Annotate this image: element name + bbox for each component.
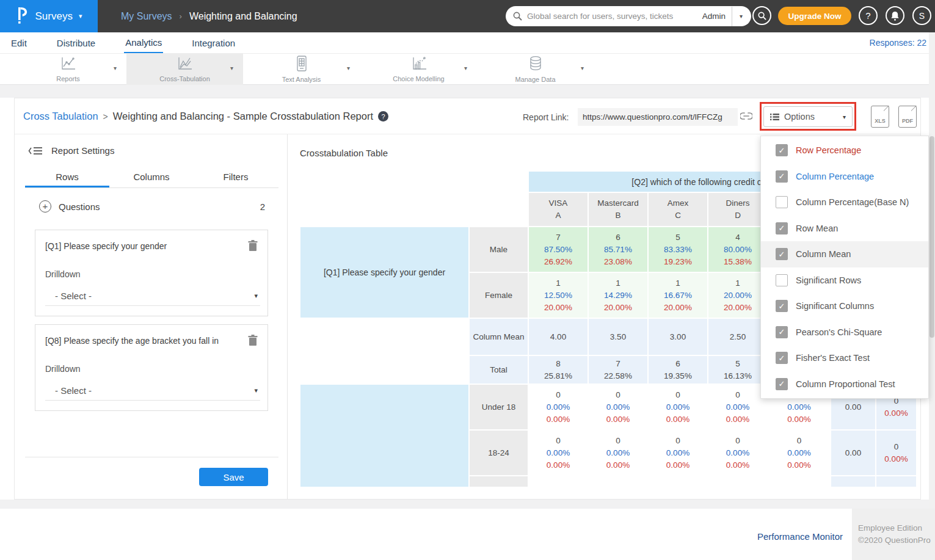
- question-title: [Q8] Please specify the age bracket you …: [45, 336, 241, 346]
- report-link-input[interactable]: [578, 108, 738, 126]
- scrollbar-thumb[interactable]: [930, 136, 934, 338]
- data-cell: 0 0.00% 0.00%: [708, 385, 767, 429]
- checkbox[interactable]: ✓: [776, 248, 788, 260]
- choice-modelling-icon: [411, 56, 427, 73]
- checkbox[interactable]: [776, 196, 788, 208]
- line-chart-icon: [60, 56, 76, 73]
- tab-rows[interactable]: Rows: [25, 170, 109, 187]
- checkbox[interactable]: ✓: [776, 352, 788, 364]
- link-icon[interactable]: [740, 111, 752, 122]
- report-settings-panel: Report Settings Rows Columns Filters + Q…: [15, 134, 288, 500]
- tool-choice-modelling[interactable]: Choice Modelling: [360, 54, 477, 85]
- upgrade-now-button[interactable]: Upgrade Now: [778, 7, 851, 25]
- database-icon: [528, 56, 543, 74]
- menu-item-pearsons-chi-square[interactable]: ✓ Pearson's Chi-Square: [761, 319, 928, 346]
- report-help-icon[interactable]: ?: [378, 111, 388, 122]
- drilldown-label: Drilldown: [45, 269, 81, 279]
- help-button[interactable]: ?: [859, 6, 878, 25]
- responses-count: Responses: 22: [870, 38, 926, 48]
- add-question-button[interactable]: +: [39, 200, 51, 213]
- pdf-icon: PDF: [899, 118, 916, 124]
- tool-cross-tabulation[interactable]: Cross-Tabulation: [126, 54, 243, 85]
- select-caret-icon: ▾: [254, 387, 258, 395]
- cross-tab-chart-icon: [177, 56, 193, 73]
- search-input[interactable]: [527, 12, 699, 21]
- account-avatar[interactable]: S: [912, 6, 931, 25]
- checkbox[interactable]: ✓: [776, 378, 788, 390]
- checkbox[interactable]: ✓: [776, 144, 788, 156]
- row-total-cell: 0 0.00%: [876, 431, 916, 475]
- choice-modelling-caret-icon[interactable]: ▾: [464, 65, 467, 71]
- cross-tabulation-link[interactable]: Cross Tabulation: [23, 111, 98, 122]
- nav-item-edit[interactable]: Edit: [10, 34, 28, 53]
- tool-label: Reports: [56, 75, 80, 82]
- export-xls-button[interactable]: XLS: [871, 106, 889, 128]
- edition-box: Employee Edition ©2020 QuestionPro: [852, 509, 935, 560]
- drilldown-label: Drilldown: [45, 364, 81, 374]
- notifications-button[interactable]: [886, 6, 904, 25]
- data-cell: 0 0.00% 0.00%: [768, 431, 830, 475]
- row-question-label: [Q1] Please specify your gender: [300, 227, 468, 318]
- mean-cell: 3.50: [589, 319, 647, 355]
- checkbox[interactable]: ✓: [776, 326, 788, 338]
- product-switcher[interactable]: Surveys ▾: [0, 0, 98, 32]
- avatar-initial: S: [919, 11, 925, 21]
- checkbox[interactable]: [776, 274, 788, 286]
- tool-label: Choice Modelling: [393, 75, 444, 82]
- reports-caret-icon[interactable]: ▾: [114, 65, 117, 71]
- nav-item-integration[interactable]: Integration: [191, 34, 236, 53]
- delete-question-button[interactable]: [248, 335, 258, 349]
- save-button[interactable]: Save: [199, 468, 268, 486]
- tool-manage-data[interactable]: Manage Data: [477, 54, 594, 85]
- nav-item-analytics[interactable]: Analytics: [124, 33, 163, 53]
- menu-item-column-percentage[interactable]: ✓ Column Percentage: [761, 164, 928, 190]
- breadcrumb-separator: ›: [180, 12, 182, 21]
- menu-item-row-mean[interactable]: ✓ Row Mean: [761, 216, 928, 242]
- menu-item-column-percentage-base-n[interactable]: Column Percentage(Base N): [761, 189, 928, 216]
- data-cell: 0 0.00% 0.00%: [589, 431, 647, 475]
- menu-item-row-percentage[interactable]: ✓ Row Percentage: [761, 137, 928, 164]
- drilldown-select[interactable]: - Select - ▾: [45, 381, 260, 401]
- export-pdf-button[interactable]: PDF: [898, 106, 917, 128]
- data-cell: 1 16.67% 20.00%: [649, 273, 707, 318]
- tab-columns[interactable]: Columns: [109, 170, 194, 187]
- report-link-label: Report Link:: [523, 112, 569, 122]
- delete-question-button[interactable]: [248, 240, 258, 254]
- nav-item-distribute[interactable]: Distribute: [56, 34, 96, 53]
- drilldown-select[interactable]: - Select - ▾: [45, 286, 260, 306]
- search-submit-button[interactable]: [752, 6, 771, 25]
- list-options-icon: [770, 113, 779, 121]
- menu-item-fishers-exact-test[interactable]: ✓ Fisher's Exact Test: [761, 345, 928, 371]
- tool-label: Cross-Tabulation: [159, 75, 210, 82]
- breadcrumb-my-surveys[interactable]: My Surveys: [121, 11, 172, 22]
- checkbox[interactable]: ✓: [776, 222, 788, 235]
- manage-data-caret-icon[interactable]: ▾: [581, 65, 584, 71]
- options-button[interactable]: Options ▾: [763, 106, 853, 127]
- questions-count: 2: [260, 202, 265, 212]
- text-analysis-caret-icon[interactable]: ▾: [347, 65, 350, 71]
- collapse-panel-icon[interactable]: [28, 146, 43, 156]
- menu-item-significant-rows[interactable]: Significant Rows: [761, 267, 928, 294]
- tool-reports[interactable]: Reports: [10, 54, 126, 85]
- search-scope-caret-icon[interactable]: ▾: [740, 13, 743, 20]
- data-cell: 6 85.71% 23.08%: [589, 227, 647, 272]
- row-label-female: Female: [470, 273, 528, 318]
- menu-item-significant-columns[interactable]: ✓ Significant Columns: [761, 293, 928, 319]
- tool-text-analysis[interactable]: Text Analysis: [243, 54, 360, 85]
- page-scrollbar[interactable]: [929, 32, 935, 560]
- checkbox[interactable]: ✓: [776, 300, 788, 312]
- mean-cell: 2.50: [708, 319, 767, 355]
- cross-tabulation-caret-icon[interactable]: ▾: [230, 65, 233, 71]
- partial-row-label: [470, 476, 528, 487]
- report-settings-title: Report Settings: [51, 145, 114, 156]
- settings-tabs: Rows Columns Filters: [25, 170, 278, 188]
- menu-item-column-mean[interactable]: ✓ Column Mean: [761, 241, 928, 267]
- tab-filters[interactable]: Filters: [194, 170, 278, 187]
- search-scope[interactable]: Admin: [702, 12, 726, 21]
- performance-monitor-link[interactable]: Performance Monitor: [757, 531, 843, 542]
- text-analysis-icon: [296, 56, 308, 74]
- checkbox[interactable]: ✓: [776, 170, 788, 183]
- questionpro-logo: [16, 7, 29, 26]
- menu-item-column-proportional-test[interactable]: ✓ Column Proportional Test: [761, 371, 928, 398]
- question-card-q8: [Q8] Please specify the age bracket you …: [35, 324, 268, 411]
